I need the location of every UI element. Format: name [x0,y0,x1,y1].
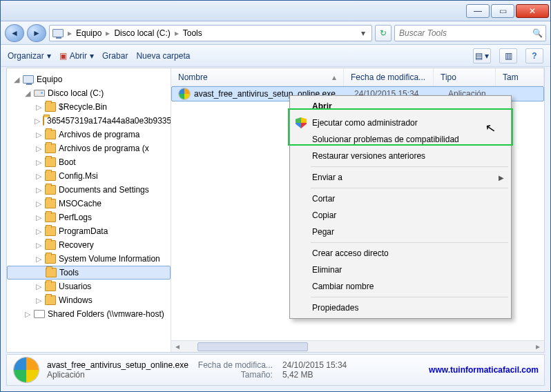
tree-node-shared[interactable]: ▷Shared Folders (\\vmware-host) [7,307,171,321]
ctx-properties[interactable]: Propiedades [291,300,510,316]
details-meta: avast_free_antivirus_setup_online.exe Fe… [47,360,347,380]
folder-icon [45,199,56,208]
folder-icon [45,102,56,112]
expand-icon[interactable]: ▷ [35,282,42,291]
expand-icon[interactable]: ▷ [35,130,42,139]
open-button[interactable]: ▣ Abrir ▾ [59,51,94,61]
network-drive-icon [34,310,45,318]
expand-icon[interactable]: ▷ [35,117,40,126]
folder-icon [45,185,56,195]
col-name[interactable]: Nombre▴ [171,68,344,86]
chevron-right-icon: ▸ [173,28,180,38]
collapse-icon[interactable]: ◢ [23,89,31,98]
ctx-shortcut[interactable]: Crear acceso directo [291,245,510,262]
expand-icon[interactable]: ▷ [35,213,42,222]
forward-button[interactable]: ► [27,24,46,42]
tree-node-folder[interactable]: ▷Archivos de programa (x [7,141,171,155]
nav-row: ◄ ► ▸ Equipo ▸ Disco local (C:) ▸ Tools … [1,21,550,45]
shield-icon [296,117,307,128]
expand-icon[interactable]: ▷ [35,103,42,112]
tree-node-folder[interactable]: ▷Boot [7,155,171,169]
address-bar[interactable]: ▸ Equipo ▸ Disco local (C:) ▸ Tools ▾ [49,25,372,41]
expand-icon[interactable]: ▷ [35,227,42,236]
organize-menu[interactable]: Organizar ▾ [8,51,51,61]
expand-icon[interactable]: ▷ [35,186,42,195]
tree-node-folder[interactable]: ▷System Volume Information [7,252,171,266]
tree-node-folder[interactable]: ▷Windows [7,293,171,307]
col-size[interactable]: Tam [496,68,544,86]
search-box[interactable]: 🔍 [394,25,546,41]
organize-label: Organizar [8,51,44,61]
tree-label: Equipo [37,75,62,84]
ctx-run-as-admin-label: Ejecutar como administrador [312,118,418,128]
close-button[interactable]: ✕ [516,4,549,18]
tree-node-drive[interactable]: ◢ Disco local (C:) [7,86,171,100]
computer-icon [23,75,34,84]
expand-icon[interactable]: ▷ [23,310,31,319]
help-button[interactable]: ? [525,48,543,63]
tree-node-folder[interactable]: ▷Recovery [7,238,171,252]
tree-node-folder[interactable]: ▷MSOCache [7,197,171,210]
tree-label: ProgramData [59,226,108,236]
burn-button[interactable]: Grabar [102,51,128,61]
tree-node-folder[interactable]: ▷Usuarios [7,280,171,293]
expand-icon[interactable]: ▷ [35,296,42,305]
navigation-tree[interactable]: ◢ Equipo ◢ Disco local (C:) ▷$Recycle.Bi… [7,68,171,352]
expand-icon[interactable]: ▷ [35,144,42,153]
col-type[interactable]: Tipo [434,68,496,86]
tree-label: Disco local (C:) [48,88,104,98]
tree-node-equipo[interactable]: ◢ Equipo [7,72,171,86]
col-date[interactable]: Fecha de modifica... [344,68,434,86]
ctx-send-to[interactable]: Enviar a [291,169,510,186]
breadcrumb-tools[interactable]: Tools [183,28,202,38]
tree-label: $Recycle.Bin [59,102,107,112]
horizontal-scrollbar[interactable]: ◂ ▸ [171,340,544,352]
ctx-cut[interactable]: Cortar [291,190,510,207]
ctx-rename[interactable]: Cambiar nombre [291,278,510,295]
expand-icon[interactable]: ▷ [35,255,42,264]
open-icon: ▣ [59,51,67,61]
search-input[interactable] [398,28,532,39]
expand-icon[interactable]: ▷ [35,241,42,250]
ctx-restore[interactable]: Restaurar versiones anteriores [291,148,510,164]
details-date: 24/10/2015 15:34 [282,360,347,370]
context-menu: Abrir Ejecutar como administrador Soluci… [289,95,512,319]
tree-node-tools[interactable]: Tools [7,266,171,280]
open-label: Abrir [70,51,87,61]
tree-node-folder[interactable]: ▷ProgramData [7,224,171,238]
chevron-down-icon: ▾ [90,51,94,61]
tree-label: Shared Folders (\\vmware-host) [48,309,164,319]
tree-node-folder[interactable]: ▷PerfLogs [7,210,171,224]
scrollbar-thumb[interactable] [197,342,308,351]
expand-icon[interactable]: ▷ [35,158,42,167]
ctx-delete[interactable]: Eliminar [291,262,510,278]
tree-label: 365457319a174a44a8a0e3b9335 [47,116,171,126]
maximize-button[interactable]: ▭ [491,4,514,18]
ctx-copy[interactable]: Copiar [291,207,510,224]
ctx-open[interactable]: Abrir [291,98,510,115]
tree-label: Recovery [59,240,94,250]
address-dropdown-icon[interactable]: ▾ [358,28,369,38]
new-folder-button[interactable]: Nueva carpeta [136,51,190,61]
chevron-right-icon: ▸ [66,28,73,38]
view-options-button[interactable]: ▤ ▾ [473,48,491,63]
expand-icon[interactable]: ▷ [35,172,42,181]
tree-node-folder[interactable]: ▷Config.Msi [7,169,171,183]
back-button[interactable]: ◄ [5,24,24,42]
tree-node-folder[interactable]: ▷365457319a174a44a8a0e3b9335 [7,114,171,128]
minimize-button[interactable]: — [466,4,490,18]
collapse-icon[interactable]: ◢ [12,75,20,84]
refresh-button[interactable]: ↻ [375,25,392,41]
tree-node-folder[interactable]: ▷Archivos de programa [7,128,171,141]
breadcrumb-equipo[interactable]: Equipo [76,28,102,38]
ctx-paste[interactable]: Pegar [291,224,510,240]
tree-node-folder[interactable]: ▷$Recycle.Bin [7,100,171,114]
preview-pane-button[interactable]: ▥ [499,48,517,63]
folder-icon [45,295,56,305]
folder-icon [45,254,56,264]
breadcrumb-drive[interactable]: Disco local (C:) [114,28,170,38]
ctx-compat[interactable]: Solucionar problemas de compatibilidad [291,131,510,148]
tree-node-folder[interactable]: ▷Documents and Settings [7,183,171,197]
expand-icon[interactable]: ▷ [35,199,42,208]
ctx-run-as-admin[interactable]: Ejecutar como administrador [291,115,510,131]
